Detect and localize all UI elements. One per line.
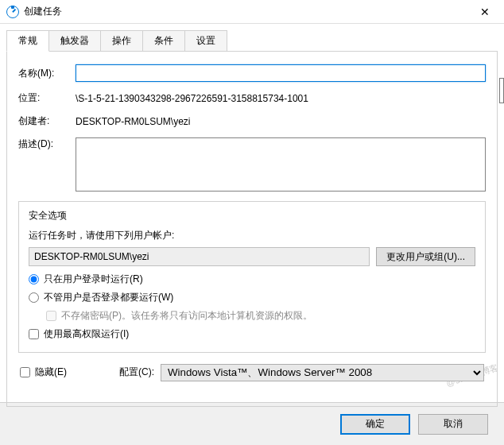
radio-whether-logged-on[interactable]: 不管用户是否登录都要运行(W)	[29, 291, 475, 304]
security-options-title: 安全选项	[25, 209, 70, 222]
name-label: 名称(M):	[18, 67, 76, 80]
description-textarea[interactable]	[76, 137, 486, 192]
check-highest-privileges-label: 使用最高权限运行(I)	[44, 327, 129, 341]
general-panel: 名称(M): 位置: \S-1-5-21-1390343298-29672265…	[6, 51, 498, 407]
tab-settings[interactable]: 设置	[184, 30, 227, 52]
radio-only-logged-on-input[interactable]	[29, 274, 39, 284]
cancel-button[interactable]: 取消	[418, 414, 488, 435]
radio-only-logged-on[interactable]: 只在用户登录时运行(R)	[29, 273, 475, 286]
run-as-label: 运行任务时，请使用下列用户帐户:	[29, 229, 475, 242]
creator-value: DESKTOP-RM0LSUM\yezi	[76, 116, 486, 127]
check-highest-privileges-input[interactable]	[29, 329, 39, 339]
tab-general[interactable]: 常规	[6, 30, 49, 52]
background-window-edge	[499, 78, 504, 103]
radio-whether-logged-on-input[interactable]	[29, 292, 39, 303]
check-hidden-input[interactable]	[20, 367, 30, 377]
check-no-store-password-input	[46, 311, 56, 321]
tab-conditions[interactable]: 条件	[142, 30, 185, 52]
location-value: \S-1-5-21-1390343298-2967226591-31588157…	[76, 93, 486, 104]
change-user-button[interactable]: 更改用户或组(U)...	[376, 247, 475, 266]
radio-whether-logged-on-label: 不管用户是否登录都要运行(W)	[44, 291, 173, 304]
configure-for-select[interactable]: Windows Vista™、Windows Server™ 2008	[161, 364, 484, 381]
ok-button[interactable]: 确定	[340, 414, 410, 435]
check-highest-privileges[interactable]: 使用最高权限运行(I)	[29, 327, 475, 341]
tab-bar: 常规 触发器 操作 条件 设置	[6, 30, 504, 52]
check-no-store-password-label: 不存储密码(P)。该任务将只有访问本地计算机资源的权限。	[61, 309, 312, 323]
security-options-fieldset: 安全选项 运行任务时，请使用下列用户帐户: DESKTOP-RM0LSUM\ye…	[18, 201, 486, 353]
window-title: 创建任务	[24, 5, 472, 18]
check-hidden[interactable]: 隐藏(E)	[20, 366, 67, 379]
close-button[interactable]: ✕	[472, 2, 498, 21]
account-readonly: DESKTOP-RM0LSUM\yezi	[29, 247, 370, 266]
radio-only-logged-on-label: 只在用户登录时运行(R)	[44, 273, 143, 286]
check-no-store-password: 不存储密码(P)。该任务将只有访问本地计算机资源的权限。	[46, 309, 475, 323]
creator-label: 创建者:	[18, 114, 76, 128]
name-input[interactable]	[76, 64, 486, 82]
clock-icon	[6, 6, 19, 18]
dialog-footer: 确定 取消	[0, 402, 504, 445]
description-label: 描述(D):	[18, 137, 76, 151]
location-label: 位置:	[18, 91, 76, 105]
tab-actions[interactable]: 操作	[100, 30, 143, 52]
configure-for-label: 配置(C):	[119, 366, 154, 379]
tab-triggers[interactable]: 触发器	[48, 30, 101, 52]
check-hidden-label: 隐藏(E)	[35, 366, 67, 379]
